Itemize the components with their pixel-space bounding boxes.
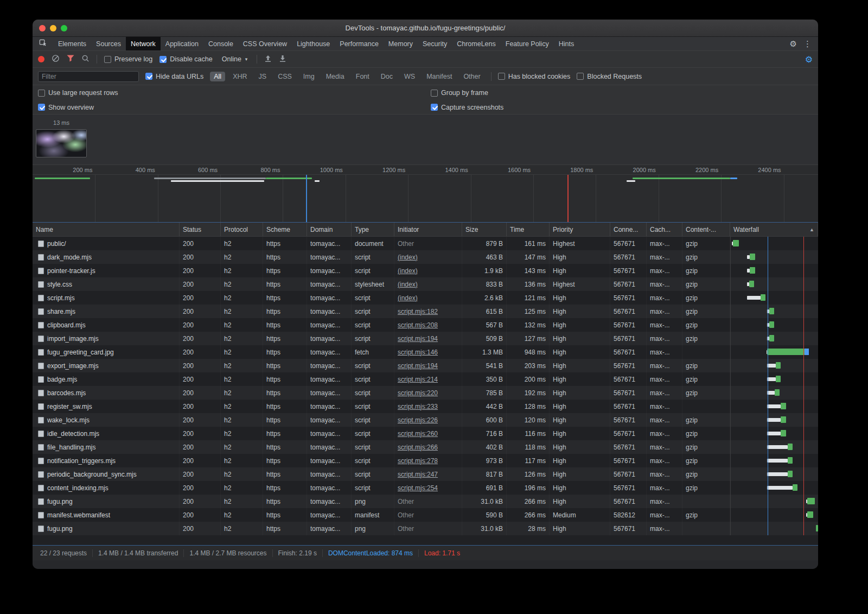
page-screenshot-thumbnail[interactable] xyxy=(36,129,87,157)
request-row[interactable]: style.css200h2httpstomayac...stylesheet(… xyxy=(33,277,818,291)
column-header-name[interactable]: Name xyxy=(33,223,180,236)
initiator-link[interactable]: (index) xyxy=(398,281,418,288)
filter-type-font[interactable]: Font xyxy=(352,72,373,81)
request-row[interactable]: idle_detection.mjs200h2httpstomayac...sc… xyxy=(33,427,818,440)
request-row[interactable]: import_image.mjs200h2httpstomayac...scri… xyxy=(33,332,818,345)
column-header-size[interactable]: Size xyxy=(462,223,507,236)
filter-type-manifest[interactable]: Manifest xyxy=(423,72,456,81)
tab-css-overview[interactable]: CSS Overview xyxy=(238,37,292,50)
tab-sources[interactable]: Sources xyxy=(91,37,126,50)
tab-console[interactable]: Console xyxy=(203,37,238,50)
tab-elements[interactable]: Elements xyxy=(53,37,91,50)
search-button[interactable] xyxy=(81,54,90,64)
initiator-link[interactable]: script.mjs:260 xyxy=(398,430,438,438)
request-row[interactable]: periodic_background_sync.mjs200h2httpsto… xyxy=(33,467,818,481)
tab-security[interactable]: Security xyxy=(418,37,452,50)
tab-feature-policy[interactable]: Feature Policy xyxy=(501,37,554,50)
disable-cache-checkbox[interactable]: Disable cache xyxy=(159,55,213,63)
request-row[interactable]: share.mjs200h2httpstomayac...scriptscrip… xyxy=(33,305,818,318)
close-window-button[interactable] xyxy=(39,25,46,31)
initiator-link[interactable]: script.mjs:208 xyxy=(398,321,438,329)
initiator-link[interactable]: script.mjs:266 xyxy=(398,444,438,451)
column-header-priority[interactable]: Priority xyxy=(550,223,610,236)
has-blocked-cookies-checkbox[interactable]: Has blocked cookies xyxy=(498,73,571,80)
hide-data-urls-checkbox[interactable]: Hide data URLs xyxy=(145,73,203,80)
request-row[interactable]: register_sw.mjs200h2httpstomayac...scrip… xyxy=(33,400,818,413)
clear-network-log-button[interactable] xyxy=(52,54,60,64)
request-row[interactable]: manifest.webmanifest200h2httpstomayac...… xyxy=(33,508,818,522)
group-by-frame-checkbox[interactable]: Group by frame xyxy=(431,89,488,97)
request-row[interactable]: dark_mode.mjs200h2httpstomayac...script(… xyxy=(33,250,818,264)
request-row[interactable]: pointer-tracker.js200h2httpstomayac...sc… xyxy=(33,264,818,277)
tab-lighthouse[interactable]: Lighthouse xyxy=(292,37,335,50)
request-row[interactable]: barcodes.mjs200h2httpstomayac...scriptsc… xyxy=(33,386,818,400)
tab-memory[interactable]: Memory xyxy=(384,37,418,50)
column-header-domain[interactable]: Domain xyxy=(307,223,352,236)
initiator-link[interactable]: script.mjs:254 xyxy=(398,484,438,492)
initiator-link[interactable]: script.mjs:214 xyxy=(398,376,438,383)
initiator-link[interactable]: (index) xyxy=(398,254,418,261)
filter-toggle-button[interactable] xyxy=(67,55,74,64)
column-header-protocol[interactable]: Protocol xyxy=(221,223,263,236)
filter-type-ws[interactable]: WS xyxy=(400,72,419,81)
initiator-link[interactable]: script.mjs:182 xyxy=(398,308,438,315)
request-row[interactable]: badge.mjs200h2httpstomayac...scriptscrip… xyxy=(33,372,818,386)
filter-type-img[interactable]: Img xyxy=(299,72,318,81)
column-header-cach[interactable]: Cach... xyxy=(647,223,682,236)
tab-chromelens[interactable]: ChromeLens xyxy=(452,37,501,50)
request-row[interactable]: export_image.mjs200h2httpstomayac...scri… xyxy=(33,359,818,372)
initiator-link[interactable]: (index) xyxy=(398,267,418,275)
inspect-element-button[interactable] xyxy=(33,37,53,50)
more-options-icon[interactable]: ⋮ xyxy=(803,40,812,48)
network-overview[interactable]: 200 ms400 ms600 ms800 ms1000 ms1200 ms14… xyxy=(33,165,818,222)
settings-gear-icon[interactable]: ⚙ xyxy=(790,40,797,48)
filter-type-xhr[interactable]: XHR xyxy=(229,72,251,81)
column-header-status[interactable]: Status xyxy=(180,223,221,236)
capture-screenshots-checkbox[interactable]: Capture screenshots xyxy=(431,104,503,111)
request-row[interactable]: clipboard.mjs200h2httpstomayac...scripts… xyxy=(33,318,818,332)
tab-network[interactable]: Network xyxy=(126,37,161,50)
request-row[interactable]: file_handling.mjs200h2httpstomayac...scr… xyxy=(33,440,818,454)
column-header-initiator[interactable]: Initiator xyxy=(394,223,462,236)
filter-type-other[interactable]: Other xyxy=(459,72,484,81)
tab-hints[interactable]: Hints xyxy=(554,37,579,50)
request-row[interactable]: fugu.png200h2httpstomayac...pngOther31.0… xyxy=(33,522,818,535)
filter-type-css[interactable]: CSS xyxy=(274,72,296,81)
column-header-time[interactable]: Time xyxy=(507,223,550,236)
initiator-link[interactable]: script.mjs:233 xyxy=(398,403,438,410)
blocked-requests-checkbox[interactable]: Blocked Requests xyxy=(577,73,642,80)
tab-performance[interactable]: Performance xyxy=(335,37,384,50)
column-header-waterfall[interactable]: Waterfall▲ xyxy=(730,223,818,236)
column-header-type[interactable]: Type xyxy=(352,223,394,236)
request-row[interactable]: fugu_greeting_card.jpg200h2httpstomayac.… xyxy=(33,345,818,359)
request-row[interactable]: wake_lock.mjs200h2httpstomayac...scripts… xyxy=(33,413,818,427)
record-network-log-button[interactable] xyxy=(38,56,44,62)
window-titlebar[interactable]: DevTools - tomayac.github.io/fugu-greeti… xyxy=(33,20,818,37)
initiator-link[interactable]: script.mjs:194 xyxy=(398,335,438,343)
filter-type-all[interactable]: All xyxy=(210,72,225,81)
import-har-button[interactable] xyxy=(264,55,272,64)
preserve-log-checkbox[interactable]: Preserve log xyxy=(104,55,152,63)
network-conditions-gear-icon[interactable]: ⚙ xyxy=(805,54,813,65)
initiator-link[interactable]: script.mjs:226 xyxy=(398,416,438,424)
minimize-window-button[interactable] xyxy=(50,25,56,31)
initiator-link[interactable]: script.mjs:194 xyxy=(398,362,438,370)
export-har-button[interactable] xyxy=(279,55,286,64)
tab-application[interactable]: Application xyxy=(161,37,203,50)
use-large-request-rows-checkbox[interactable]: Use large request rows xyxy=(38,89,118,97)
filter-type-doc[interactable]: Doc xyxy=(377,72,397,81)
filter-type-media[interactable]: Media xyxy=(322,72,348,81)
column-header-scheme[interactable]: Scheme xyxy=(263,223,307,236)
throttling-select[interactable]: Online ▾ xyxy=(220,54,250,64)
filter-type-js[interactable]: JS xyxy=(255,72,271,81)
zoom-window-button[interactable] xyxy=(61,25,67,31)
initiator-link[interactable]: script.mjs:146 xyxy=(398,349,438,356)
request-row[interactable]: public/200h2httpstomayac...documentOther… xyxy=(33,237,818,250)
request-row[interactable]: notification_triggers.mjs200h2httpstomay… xyxy=(33,454,818,467)
request-row[interactable]: fugu.png200h2httpstomayac...pngOther31.0… xyxy=(33,495,818,508)
column-header-content[interactable]: Content-... xyxy=(682,223,730,236)
request-row[interactable]: script.mjs200h2httpstomayac...script(ind… xyxy=(33,291,818,305)
show-overview-checkbox[interactable]: Show overview xyxy=(38,104,94,111)
initiator-link[interactable]: script.mjs:220 xyxy=(398,389,438,397)
request-row[interactable]: content_indexing.mjs200h2httpstomayac...… xyxy=(33,481,818,495)
